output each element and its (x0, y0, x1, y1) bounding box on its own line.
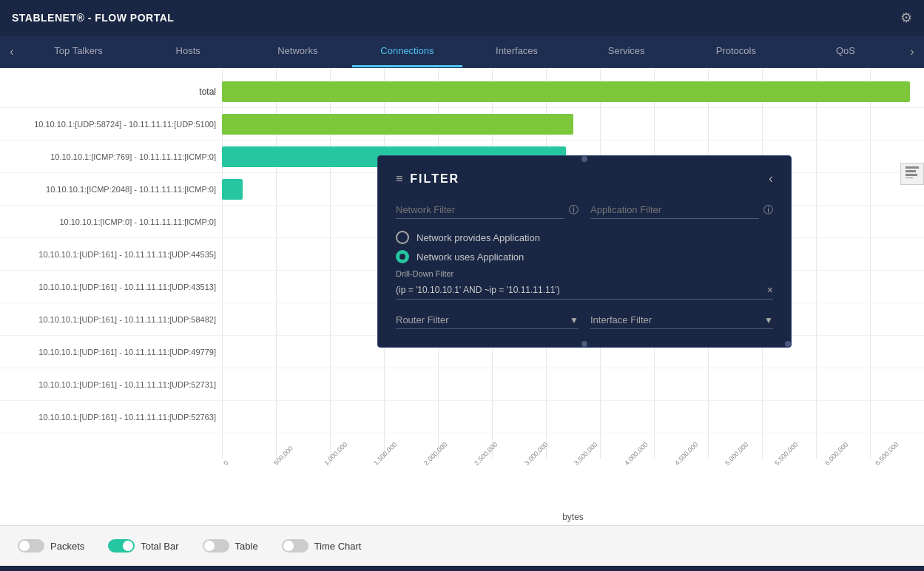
radio-uses-label: Network uses Application (417, 251, 524, 263)
drill-down-text: (ip = '10.10.10.1' AND ~ip = '10.11.11.1… (396, 285, 761, 295)
svg-rect-3 (906, 178, 913, 178)
nav-right-arrow[interactable]: › (900, 36, 924, 67)
chart-label-0: 10.10.10.1:[UDP:58724] - 10.11.11.11:[UD… (0, 108, 222, 141)
toggle-packets-label: Packets (50, 541, 84, 552)
router-filter-label: Router Filter (396, 314, 570, 325)
application-filter-field: ⓘ (590, 201, 773, 219)
filter-header: ≡ FILTER ‹ (396, 171, 773, 186)
resize-handle-bottom[interactable] (581, 341, 587, 347)
chart-label-1: 10.10.10.1:[ICMP:769] - 10.11.11.11:[ICM… (0, 141, 222, 173)
drill-down-value-row: (ip = '10.10.10.1' AND ~ip = '10.11.11.1… (396, 281, 773, 300)
tab-interfaces[interactable]: Interfaces (462, 36, 572, 67)
toggle-time-chart-switch[interactable] (282, 539, 308, 553)
filter-inputs-row: ⓘ ⓘ (396, 201, 773, 219)
x-tick-0: 0 (222, 459, 230, 467)
bar-0 (222, 114, 573, 135)
tab-top-talkers[interactable]: Top Talkers (24, 36, 133, 67)
app-header: STABLENET® - FLOW PORTAL ⚙ (0, 0, 924, 36)
bottom-toggle-bar: Packets Total Bar Table Time Chart (0, 525, 924, 566)
network-filter-field: ⓘ (396, 201, 579, 219)
bar-2 (222, 179, 243, 200)
radio-provides-circle[interactable] (396, 231, 409, 244)
x-axis: 0 500,000 1,000,000 1,500,000 2,000,000 … (0, 459, 924, 510)
chart-label-9: 10.10.10.1:[UDP:161] - 10.11.11.11:[UDP:… (0, 401, 222, 433)
x-axis-unit: bytes (0, 510, 924, 525)
svg-rect-1 (906, 170, 916, 172)
resize-handle-br[interactable] (785, 341, 791, 347)
chart-label-3: 10.10.10.1:[ICMP:0] - 10.11.11.11:[ICMP:… (0, 206, 222, 238)
chart-label-8: 10.10.10.1:[UDP:161] - 10.11.11.11:[UDP:… (0, 368, 222, 401)
app-title: STABLENET® - FLOW PORTAL (12, 12, 174, 24)
resize-handle-top[interactable] (581, 156, 587, 162)
chart-label-2: 10.10.10.1:[ICMP:2048] - 10.11.11.11:[IC… (0, 173, 222, 206)
toggle-table-label: Table (235, 541, 258, 552)
bar-row-9 (222, 401, 924, 433)
svg-rect-0 (906, 166, 919, 169)
tab-services[interactable]: Services (572, 36, 681, 67)
chart-toggle-icon-button[interactable] (900, 163, 924, 185)
drill-down-clear-button[interactable]: × (767, 284, 773, 296)
tab-protocols[interactable]: Protocols (681, 36, 791, 67)
tab-hosts[interactable]: Hosts (133, 36, 243, 67)
toggle-table-switch[interactable] (203, 539, 229, 553)
radio-uses-circle[interactable] (396, 250, 409, 263)
toggle-time-chart-label: Time Chart (314, 541, 362, 552)
drill-down-label: Drill-Down Filter (396, 269, 773, 278)
router-filter-arrow-icon: ▼ (570, 315, 579, 325)
chart-icon (906, 166, 919, 178)
chart-label-4: 10.10.10.1:[UDP:161] - 10.11.11.11:[UDP:… (0, 238, 222, 271)
chart-label-7: 10.10.10.1:[UDP:161] - 10.11.11.11:[UDP:… (0, 336, 222, 368)
filter-title: FILTER (410, 172, 761, 186)
radio-network-uses[interactable]: Network uses Application (396, 250, 773, 263)
toggle-table: Table (203, 539, 258, 553)
nav-tabs: ‹ Top Talkers Hosts Networks Connections… (0, 36, 924, 68)
application-filter-input[interactable] (590, 201, 759, 219)
svg-rect-2 (906, 174, 917, 176)
x-axis-inner: 0 500,000 1,000,000 1,500,000 2,000,000 … (222, 459, 924, 510)
toggle-total-bar-switch[interactable] (108, 539, 135, 553)
filter-icon: ≡ (396, 172, 402, 186)
toggle-total-bar: Total Bar (108, 539, 178, 553)
bar-row-0 (222, 108, 924, 141)
tab-connections[interactable]: Connections (352, 36, 462, 67)
bar-row-total (222, 75, 924, 108)
router-filter-dropdown[interactable]: Router Filter ▼ (396, 311, 579, 329)
toggle-total-bar-label: Total Bar (141, 541, 178, 552)
application-filter-info-icon[interactable]: ⓘ (763, 203, 773, 217)
tab-qos[interactable]: QoS (791, 36, 900, 67)
toggle-packets-switch[interactable] (18, 539, 44, 553)
filter-bottom-row: Router Filter ▼ Interface Filter ▼ (396, 311, 773, 329)
interface-filter-label: Interface Filter (590, 314, 764, 325)
settings-icon[interactable]: ⚙ (900, 10, 912, 26)
radio-provides-label: Network provides Application (417, 232, 540, 243)
radio-network-provides[interactable]: Network provides Application (396, 231, 773, 244)
chart-label-6: 10.10.10.1:[UDP:161] - 10.11.11.11:[UDP:… (0, 303, 222, 336)
interface-filter-dropdown[interactable]: Interface Filter ▼ (590, 311, 773, 329)
bar-total (222, 81, 910, 102)
nav-left-arrow[interactable]: ‹ (0, 36, 24, 67)
network-filter-info-icon[interactable]: ⓘ (569, 203, 579, 217)
chart-label-5: 10.10.10.1:[UDP:161] - 10.11.11.11:[UDP:… (0, 271, 222, 303)
filter-panel: ≡ FILTER ‹ ⓘ ⓘ Network provides Applicat… (377, 155, 792, 348)
tab-networks[interactable]: Networks (243, 36, 352, 67)
interface-filter-arrow-icon: ▼ (764, 315, 773, 325)
chart-labels: total 10.10.10.1:[UDP:58724] - 10.11.11.… (0, 68, 222, 459)
network-filter-input[interactable] (396, 201, 564, 219)
chart-label-total: total (0, 75, 222, 108)
toggle-packets: Packets (18, 539, 84, 553)
bar-row-8 (222, 368, 924, 401)
toggle-time-chart: Time Chart (282, 539, 362, 553)
filter-close-button[interactable]: ‹ (769, 171, 773, 186)
